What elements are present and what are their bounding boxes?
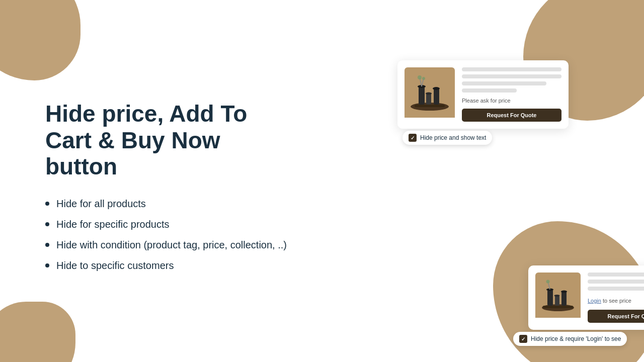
checkbox-icon-1: [409, 134, 417, 142]
login-suffix: to see price: [601, 298, 631, 304]
page-title: Hide price, Add To Cart & Buy Now button: [45, 101, 292, 180]
badge-1-label: Hide price and show text: [420, 134, 486, 141]
feature-list: Hide for all products Hide for specific …: [45, 198, 292, 272]
checkbox-badge-1: Hide price and show text: [403, 131, 492, 145]
list-item: Hide to specific customers: [45, 260, 292, 272]
price-text: Please ask for price: [462, 98, 561, 104]
placeholder-line: [462, 81, 546, 85]
list-item-text: Hide for specific products: [56, 219, 170, 230]
svg-point-12: [422, 77, 425, 80]
placeholder-line: [462, 67, 561, 71]
list-item-text: Hide to specific customers: [56, 260, 174, 272]
main-content: Hide price, Add To Cart & Buy Now button…: [0, 0, 644, 362]
login-link[interactable]: Login: [588, 298, 601, 304]
badge-2-label: Hide price & require 'Login' to see: [531, 335, 621, 342]
right-panel: Please ask for price Request For Quote H…: [322, 0, 644, 362]
list-item: Hide for all products: [45, 198, 292, 210]
list-item-text: Hide for all products: [56, 198, 146, 210]
placeholder-line: [588, 273, 644, 277]
placeholder-line: [462, 88, 517, 93]
svg-rect-2: [415, 105, 445, 107]
product-card-1: Please ask for price Request For Quote H…: [397, 60, 569, 129]
product-image-1: [405, 67, 455, 122]
bullet-dot: [45, 243, 49, 247]
placeholder-line: [462, 74, 561, 78]
card-2-content: Login to see price Request For Quote: [588, 273, 644, 323]
svg-point-6: [426, 93, 432, 95]
bullet-dot: [45, 222, 49, 226]
checkbox-icon-2: [519, 335, 527, 343]
svg-rect-15: [543, 306, 573, 308]
svg-rect-7: [434, 88, 439, 105]
svg-point-10: [418, 75, 422, 79]
bullet-dot: [45, 263, 49, 267]
product-image-2: [535, 273, 581, 323]
request-quote-button-2[interactable]: Request For Quote: [588, 310, 644, 323]
list-item-text: Hide with condition (product tag, price,…: [56, 239, 287, 251]
svg-rect-16: [547, 290, 553, 306]
list-item: Hide for specific products: [45, 219, 292, 230]
svg-rect-5: [426, 94, 431, 105]
checkbox-badge-2: Hide price & require 'Login' to see: [513, 332, 627, 346]
list-item: Hide with condition (product tag, price,…: [45, 239, 292, 251]
svg-rect-3: [419, 86, 425, 105]
svg-rect-18: [555, 296, 559, 306]
svg-point-21: [561, 291, 567, 293]
bullet-dot: [45, 202, 49, 206]
request-quote-button-1[interactable]: Request For Quote: [462, 109, 561, 122]
svg-point-23: [546, 280, 550, 284]
svg-point-19: [554, 295, 560, 297]
left-panel: Hide price, Add To Cart & Buy Now button…: [0, 0, 322, 362]
placeholder-line: [588, 287, 644, 291]
svg-rect-20: [561, 292, 567, 306]
svg-point-8: [433, 87, 440, 90]
product-card-2: Login to see price Request For Quote Hid…: [528, 265, 644, 330]
placeholder-line: [588, 280, 644, 284]
card-1-content: Please ask for price Request For Quote: [462, 67, 561, 122]
